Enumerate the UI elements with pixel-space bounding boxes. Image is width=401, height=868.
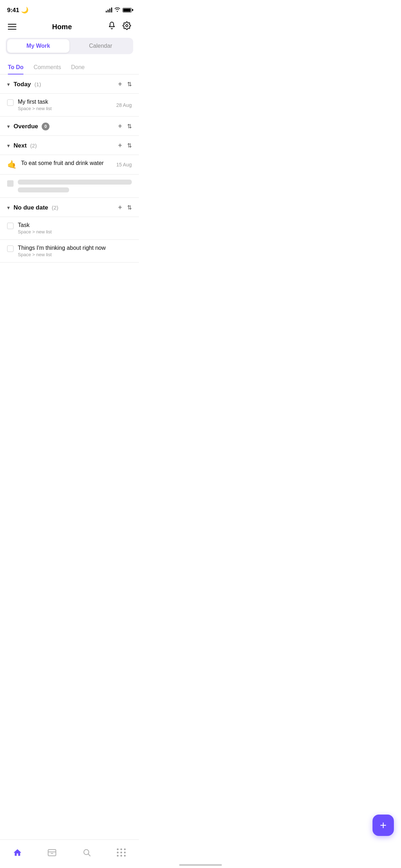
task-item: Task Space > new list <box>0 217 139 240</box>
section-overdue: ▾ Overdue 0 + ⇅ <box>0 117 139 136</box>
svg-point-0 <box>126 25 128 27</box>
sort-today-button[interactable]: ⇅ <box>127 81 132 88</box>
sub-tab-bar: To Do Comments Done <box>0 58 139 74</box>
task-path: Space > new list <box>18 229 132 234</box>
task-name[interactable]: My first task <box>18 99 112 105</box>
add-overdue-button[interactable]: + <box>118 122 122 130</box>
add-today-button[interactable]: + <box>118 80 122 88</box>
signal-icon <box>106 7 112 12</box>
task-emoji-icon: 🤙 <box>7 160 17 169</box>
page-title: Home <box>52 23 72 31</box>
sub-tab-done[interactable]: Done <box>71 64 85 74</box>
task-date: 28 Aug <box>116 102 132 108</box>
chevron-today-icon[interactable]: ▾ <box>7 81 10 88</box>
chevron-nodue-icon[interactable]: ▾ <box>7 205 10 211</box>
tab-calendar[interactable]: Calendar <box>69 39 132 53</box>
status-time: 9:41 🌙 <box>7 6 28 14</box>
task-item: My first task Space > new list 28 Aug <box>0 94 139 117</box>
section-today-count: (1) <box>35 81 41 87</box>
sort-next-button[interactable]: ⇅ <box>127 142 132 149</box>
task-content: Task Space > new list <box>18 222 132 234</box>
task-path: Space > new list <box>18 106 112 111</box>
main-tab-switcher: My Work Calendar <box>6 38 133 54</box>
chevron-next-icon[interactable]: ▾ <box>7 143 10 149</box>
section-next: ▾ Next (2) + ⇅ <box>0 136 139 155</box>
section-overdue-title: Overdue <box>14 123 38 130</box>
section-nodue: ▾ No due date (2) + ⇅ <box>0 198 139 217</box>
section-today-title: Today <box>14 81 31 88</box>
task-item: 🤙 To eat some fruit and drink water 15 A… <box>0 155 139 175</box>
tab-my-work[interactable]: My Work <box>7 39 69 53</box>
add-next-button[interactable]: + <box>118 141 122 150</box>
nav-right-icons <box>108 21 131 32</box>
task-item: Things I'm thinking about right now Spac… <box>0 240 139 263</box>
task-name[interactable]: Things I'm thinking about right now <box>18 245 132 251</box>
skeleton-line <box>18 180 132 185</box>
task-content: To eat some fruit and drink water <box>21 160 112 167</box>
task-checkbox[interactable] <box>7 99 14 106</box>
task-checkbox[interactable] <box>7 246 14 252</box>
wifi-icon <box>114 7 120 13</box>
task-path: Space > new list <box>18 252 132 257</box>
section-next-title: Next <box>14 142 27 149</box>
task-name[interactable]: To eat some fruit and drink water <box>21 160 112 166</box>
section-today: ▾ Today (1) + ⇅ <box>0 74 139 94</box>
task-content: Things I'm thinking about right now Spac… <box>18 245 132 257</box>
status-bar: 9:41 🌙 <box>0 0 139 18</box>
task-content: My first task Space > new list <box>18 99 112 111</box>
sub-tab-comments[interactable]: Comments <box>33 64 61 74</box>
skeleton-content <box>18 180 132 192</box>
add-nodue-button[interactable]: + <box>118 203 122 212</box>
overdue-count-badge: 0 <box>42 123 50 130</box>
chevron-overdue-icon[interactable]: ▾ <box>7 123 10 130</box>
skeleton-checkbox <box>7 180 14 187</box>
top-nav: Home <box>0 18 139 38</box>
sort-nodue-button[interactable]: ⇅ <box>127 204 132 211</box>
skeleton-line <box>18 187 69 192</box>
section-nodue-title: No due date <box>14 204 48 211</box>
skeleton-task-item <box>0 175 139 198</box>
task-date: 15 Aug <box>116 162 132 167</box>
hamburger-icon[interactable] <box>8 24 16 30</box>
task-checkbox[interactable] <box>7 223 14 229</box>
section-nodue-count: (2) <box>52 205 58 211</box>
bell-icon[interactable] <box>108 21 116 32</box>
sort-overdue-button[interactable]: ⇅ <box>127 123 132 130</box>
sub-tab-todo[interactable]: To Do <box>8 64 24 74</box>
battery-icon <box>123 8 132 12</box>
section-next-count: (2) <box>30 143 37 149</box>
settings-icon[interactable] <box>123 21 131 32</box>
task-name[interactable]: Task <box>18 222 132 228</box>
status-icons <box>106 7 132 13</box>
